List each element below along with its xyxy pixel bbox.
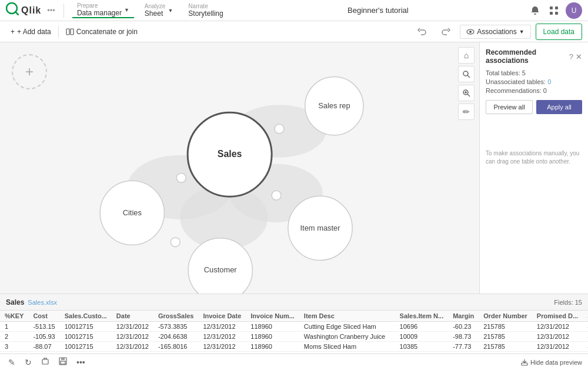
- table-row: 1-513.151001271512/31/2012-573.383512/31…: [0, 322, 588, 332]
- table-header-cell: Item Desc: [299, 311, 395, 322]
- rec-panel-header: Recommended associations ? ✕: [486, 48, 582, 65]
- table-cell: 118960: [246, 332, 299, 342]
- redo-button[interactable]: [436, 25, 455, 39]
- undo-icon: [417, 27, 427, 36]
- table-cell: -573.3835: [153, 322, 199, 332]
- delete-icon[interactable]: [39, 356, 52, 368]
- table-cell: 12/31/2012: [112, 322, 153, 332]
- preview-all-button[interactable]: Preview all: [486, 100, 533, 114]
- redo-icon: [441, 27, 450, 36]
- table-header-cell: GrossSales: [153, 311, 199, 322]
- concat-icon: [66, 28, 74, 36]
- search-tool-button[interactable]: [458, 66, 475, 82]
- table-cell: -105.93: [28, 332, 59, 342]
- nav-section-analyze[interactable]: Analyze Sheet ▼: [140, 4, 178, 18]
- data-preview: Sales Sales.xlsx Fields: 15 %KEYCostSale…: [0, 294, 588, 370]
- svg-point-28: [463, 71, 468, 76]
- table-cell: 10012715: [60, 322, 112, 332]
- table-cell: 12/31/2012: [112, 342, 153, 352]
- hide-preview-button[interactable]: Hide data preview: [521, 359, 582, 366]
- bubbles-canvas: Sales Cities Sales rep Item master Custo…: [0, 42, 479, 294]
- table-header-cell: Sales.Custo...: [60, 311, 112, 322]
- table-header-cell: Sales.Item N...: [395, 311, 449, 322]
- svg-rect-3: [555, 6, 558, 9]
- table-cell: 12/31/2012: [198, 332, 246, 342]
- undo-button[interactable]: [413, 25, 432, 39]
- table-header-cell: Margin: [448, 311, 479, 322]
- refresh-icon[interactable]: ↻: [22, 356, 34, 368]
- qlik-logo: Qlik: [6, 2, 41, 18]
- svg-line-29: [467, 75, 470, 78]
- load-data-button[interactable]: Load data: [536, 24, 582, 40]
- notification-icon[interactable]: [528, 4, 542, 18]
- table-cell: Washington Cranberry Juice: [299, 332, 395, 342]
- table-cell: 10696: [395, 322, 449, 332]
- table-cell: 215785: [479, 322, 532, 332]
- main-area: + Sales Cities Sales rep: [0, 42, 588, 294]
- table-header-cell: Date: [112, 311, 153, 322]
- qlik-logo-text: Qlik: [21, 5, 41, 16]
- rec-buttons: Preview all Apply all: [486, 100, 582, 114]
- nav-dots[interactable]: •••: [47, 6, 55, 15]
- more-icon[interactable]: •••: [74, 356, 88, 368]
- table-cell: 12/31/2012: [198, 342, 246, 352]
- top-nav: Qlik ••• Prepare Data manager ▼ Analyze …: [0, 0, 588, 21]
- svg-point-17: [171, 238, 180, 247]
- save-icon[interactable]: [56, 356, 69, 368]
- svg-point-14: [176, 173, 186, 182]
- table-header-cell: Promised D...: [532, 311, 583, 322]
- table-cell: 10012715: [60, 332, 112, 342]
- table-header-cell: Order Number: [479, 311, 532, 322]
- rec-panel-icons: ? ✕: [569, 52, 582, 61]
- apply-all-button[interactable]: Apply all: [536, 100, 582, 114]
- table-cell: 12/31/2012: [112, 332, 153, 342]
- associations-button[interactable]: Associations ▼: [460, 25, 530, 39]
- svg-rect-5: [555, 12, 558, 15]
- svg-text:Customer: Customer: [204, 265, 238, 274]
- edit-icon[interactable]: ✎: [6, 356, 18, 368]
- svg-rect-4: [550, 12, 553, 15]
- svg-line-1: [15, 12, 18, 15]
- table-cell: 118960: [246, 322, 299, 332]
- concat-join-button[interactable]: Concatenate or join: [61, 25, 142, 38]
- table-cell: 3: [0, 342, 28, 352]
- rec-footer-text: To make associations manually, you can d…: [486, 149, 582, 166]
- home-tool-button[interactable]: ⌂: [458, 47, 475, 64]
- rec-recommendations: Recommendations: 0: [486, 87, 582, 94]
- table-cell: -165.8: [583, 342, 588, 352]
- data-preview-title-area: Sales Sales.xlsx: [6, 298, 57, 306]
- brush-tool-button[interactable]: ✏: [458, 104, 475, 120]
- table-row: 2-105.931001271512/31/2012-204.663812/31…: [0, 332, 588, 342]
- bottom-toolbar: ✎ ↻ ••• Hide data preview: [0, 354, 588, 370]
- nav-section-narrate[interactable]: Narrate Storytelling: [183, 4, 228, 18]
- rec-help-icon[interactable]: ?: [569, 52, 573, 61]
- svg-point-9: [469, 31, 472, 33]
- table-cell: 10385: [395, 342, 449, 352]
- table-cell: 12/31/2012: [532, 342, 583, 352]
- canvas-area: + Sales Cities Sales rep: [0, 42, 479, 294]
- qlik-logo-q: [6, 2, 19, 18]
- zoom-tool-button[interactable]: [458, 85, 475, 101]
- hide-preview-icon: [521, 359, 528, 366]
- add-data-button[interactable]: + + Add data: [6, 25, 56, 38]
- table-cell: 215785: [479, 342, 532, 352]
- apps-grid-icon[interactable]: [547, 4, 561, 18]
- nav-section-prepare[interactable]: Prepare Data manager ▼: [72, 3, 134, 18]
- toolbar: + + Add data Concatenate or join Associa…: [0, 21, 588, 42]
- table-header-cell: Invoice Date: [198, 311, 246, 322]
- table-cell: Moms Sliced Ham: [299, 342, 395, 352]
- table-cell: 215785: [479, 332, 532, 342]
- svg-text:Item master: Item master: [300, 224, 341, 232]
- canvas-tools: ⌂ ✏: [458, 47, 475, 120]
- table-header-cell: Sales: [583, 311, 588, 322]
- rec-close-icon[interactable]: ✕: [576, 52, 582, 61]
- svg-rect-34: [42, 359, 48, 364]
- rec-panel: Recommended associations ? ✕ Total table…: [479, 42, 588, 294]
- avatar[interactable]: U: [566, 2, 582, 19]
- table-cell: -204.6638: [153, 332, 199, 342]
- plus-icon: +: [11, 28, 15, 36]
- associations-chevron-icon: ▼: [519, 29, 524, 35]
- data-table-scroll[interactable]: %KEYCostSales.Custo...DateGrossSalesInvo…: [0, 311, 588, 354]
- svg-rect-7: [71, 29, 74, 35]
- svg-text:Sales rep: Sales rep: [318, 101, 350, 110]
